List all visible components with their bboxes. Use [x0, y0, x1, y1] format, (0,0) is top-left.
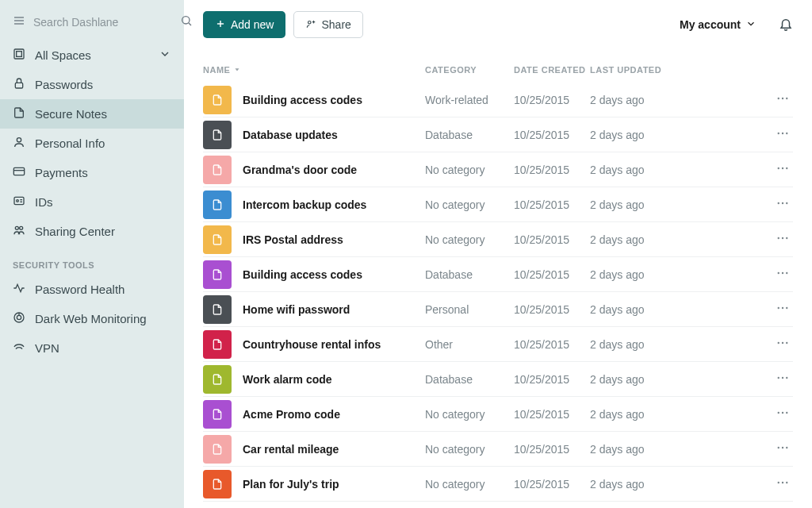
sidebar-item-ids[interactable]: IDs [0, 187, 184, 217]
sidebar-item-personal-info[interactable]: Personal Info [0, 129, 184, 158]
more-actions-icon[interactable] [772, 228, 793, 251]
table-row[interactable]: Building access codesDatabase10/25/20152… [203, 257, 793, 292]
notifications-icon[interactable] [779, 17, 793, 33]
table-row[interactable]: Database updatesDatabase10/25/20152 days… [203, 117, 793, 152]
svg-point-22 [308, 21, 312, 24]
svg-point-48 [778, 377, 779, 379]
note-category: No category [425, 478, 514, 491]
account-menu[interactable]: My account [680, 18, 756, 32]
note-name: Acme Promo code [243, 408, 425, 421]
note-name: Work alarm code [243, 373, 425, 386]
note-category: No category [425, 443, 514, 456]
svg-rect-7 [15, 83, 22, 88]
svg-point-33 [778, 202, 779, 204]
button-label: Add new [231, 18, 274, 31]
note-last-updated: 2 days ago [590, 338, 709, 351]
note-last-updated: 2 days ago [590, 373, 709, 386]
svg-point-27 [778, 133, 779, 134]
note-name: Car rental mileage [243, 443, 425, 456]
note-date-created: 10/25/2015 [514, 233, 590, 246]
svg-point-35 [786, 202, 787, 204]
more-actions-icon[interactable] [772, 402, 793, 425]
person-icon [13, 136, 25, 151]
svg-point-37 [782, 237, 783, 239]
table-row[interactable]: Building access codesWork-related10/25/2… [203, 83, 793, 117]
svg-rect-5 [14, 49, 24, 59]
svg-point-38 [786, 237, 787, 239]
table-row[interactable]: Intercom backup codesNo category10/25/20… [203, 187, 793, 222]
share-button[interactable]: Share [293, 11, 362, 38]
plus-icon [215, 18, 226, 32]
svg-point-18 [17, 315, 21, 319]
note-date-created: 10/25/2015 [514, 303, 590, 316]
sidebar-item-vpn[interactable]: VPN [0, 333, 184, 363]
column-header-last-updated[interactable]: LAST UPDATED [590, 65, 709, 75]
table-row[interactable]: Acme Promo codeNo category10/25/20152 da… [203, 397, 793, 432]
more-actions-icon[interactable] [772, 298, 793, 321]
svg-marker-23 [236, 68, 239, 71]
sidebar-item-secure-notes[interactable]: Secure Notes [0, 99, 184, 129]
note-category: Other [425, 338, 514, 351]
table-row[interactable]: Plan for July's tripNo category10/25/201… [203, 467, 793, 502]
table-row[interactable]: Countryhouse rental infosOther10/25/2015… [203, 327, 793, 362]
svg-point-49 [782, 377, 783, 379]
sidebar-item-password-health[interactable]: Password Health [0, 275, 184, 304]
note-date-created: 10/25/2015 [514, 268, 590, 281]
lock-icon [13, 77, 25, 92]
svg-point-56 [786, 447, 787, 448]
svg-rect-9 [13, 167, 24, 175]
table-row[interactable]: Home wifi passwordPersonal10/25/20152 da… [203, 292, 793, 327]
svg-rect-6 [17, 52, 22, 57]
section-label-security-tools: SECURITY TOOLS [0, 246, 184, 275]
share-icon [305, 18, 316, 32]
notes-list[interactable]: Building access codesWork-related10/25/2… [184, 83, 812, 508]
svg-point-36 [778, 237, 779, 239]
more-actions-icon[interactable] [772, 123, 793, 146]
svg-point-12 [17, 200, 19, 202]
svg-point-42 [778, 307, 779, 309]
sidebar-item-label: Secure Notes [35, 107, 107, 121]
note-last-updated: 2 days ago [590, 443, 709, 456]
svg-point-59 [786, 482, 787, 483]
radar-icon [13, 311, 25, 326]
table-row[interactable]: Car rental mileageNo category10/25/20152… [203, 432, 793, 467]
more-actions-icon[interactable] [772, 193, 793, 216]
note-category: Database [425, 373, 514, 386]
add-new-button[interactable]: Add new [203, 11, 285, 38]
sidebar-item-sharing-center[interactable]: Sharing Center [0, 217, 184, 246]
sort-icon [233, 65, 241, 75]
note-name: Building access codes [243, 94, 425, 106]
menu-icon[interactable] [13, 14, 25, 29]
sidebar-item-all-spaces[interactable]: All Spaces [0, 40, 184, 70]
column-header-date-created[interactable]: DATE CREATED [514, 65, 590, 75]
note-last-updated: 2 days ago [590, 198, 709, 211]
sidebar-item-passwords[interactable]: Passwords [0, 70, 184, 99]
column-header-name[interactable]: NAME [203, 65, 425, 75]
note-name: Intercom backup codes [243, 198, 425, 211]
svg-point-43 [782, 307, 783, 309]
more-actions-icon[interactable] [772, 333, 793, 356]
note-category: Database [425, 129, 514, 141]
more-actions-icon[interactable] [772, 472, 793, 495]
note-date-created: 10/25/2015 [514, 129, 590, 141]
sidebar-item-payments[interactable]: Payments [0, 158, 184, 187]
note-date-created: 10/25/2015 [514, 164, 590, 176]
table-row[interactable]: Grandma's door codeNo category10/25/2015… [203, 152, 793, 187]
column-header-category[interactable]: CATEGORY [425, 65, 514, 75]
note-color-icon [203, 400, 232, 429]
sidebar-item-dark-web[interactable]: Dark Web Monitoring [0, 304, 184, 333]
more-actions-icon[interactable] [772, 158, 793, 181]
more-actions-icon[interactable] [772, 437, 793, 460]
more-actions-icon[interactable] [772, 263, 793, 286]
more-actions-icon[interactable] [772, 88, 793, 111]
note-category: Work-related [425, 94, 514, 106]
id-icon [13, 194, 25, 210]
svg-point-54 [778, 447, 779, 448]
svg-point-47 [786, 342, 787, 344]
more-actions-icon[interactable] [772, 368, 793, 391]
search-input[interactable] [33, 16, 172, 29]
table-row[interactable]: IRS Postal addressNo category10/25/20152… [203, 222, 793, 257]
table-row[interactable]: Work alarm codeDatabase10/25/20152 days … [203, 362, 793, 397]
sidebar-item-label: Dark Web Monitoring [35, 312, 147, 325]
note-last-updated: 2 days ago [590, 233, 709, 246]
